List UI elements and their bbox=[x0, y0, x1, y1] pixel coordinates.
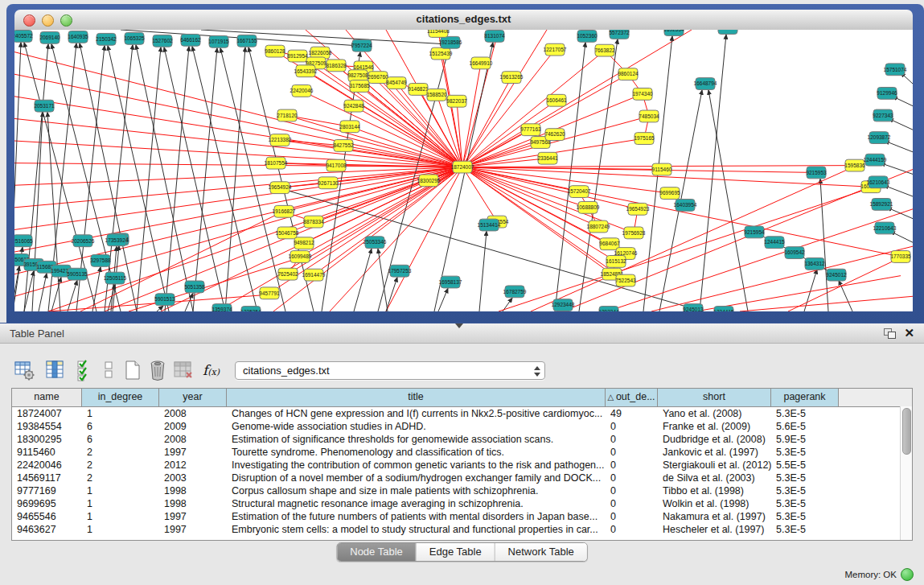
graph-node[interactable]: 1527602 bbox=[152, 35, 173, 47]
table-cell[interactable]: 5.3E-5 bbox=[771, 523, 839, 536]
graph-node[interactable]: 18807249 bbox=[587, 220, 610, 233]
table-cell[interactable]: 1 bbox=[82, 510, 159, 523]
graph-node[interactable]: 9146821 bbox=[408, 84, 429, 96]
table-mode-button[interactable] bbox=[13, 359, 37, 383]
table-cell[interactable]: 0 bbox=[606, 484, 658, 497]
graph-node[interactable]: 1974340 bbox=[632, 88, 653, 100]
graph-node[interactable]: 19654923 bbox=[626, 203, 650, 215]
table-cell[interactable]: 9777169 bbox=[12, 484, 82, 497]
graph-node[interactable]: 1292344 bbox=[598, 307, 619, 311]
graph-node[interactable]: 12444159 bbox=[864, 154, 887, 166]
table-cell[interactable]: Investigating the contribution of common… bbox=[227, 459, 606, 472]
table-cell[interactable]: 1998 bbox=[159, 484, 227, 497]
table-cell[interactable]: Disruption of a novel member of a sodium… bbox=[227, 472, 606, 484]
table-cell[interactable]: 0 bbox=[606, 420, 658, 433]
graph-node[interactable]: 9822037 bbox=[446, 95, 467, 107]
tab-network-table[interactable]: Network Table bbox=[495, 543, 587, 561]
graph-node[interactable]: 17957253 bbox=[388, 265, 412, 277]
graph-node[interactable]: 9860124 bbox=[618, 68, 639, 80]
graph-node[interactable]: 2069140 bbox=[39, 31, 60, 43]
graph-node[interactable]: 1364312 bbox=[804, 257, 825, 270]
graph-node[interactable]: 1052360 bbox=[577, 30, 598, 42]
table-cell[interactable]: Genome-wide association studies in ADHD. bbox=[227, 420, 606, 433]
table-row[interactable]: 1872400712008Changes of HCN gene express… bbox=[12, 407, 912, 420]
graph-node[interactable]: 8186328 bbox=[326, 60, 347, 72]
graph-node[interactable]: 9215953 bbox=[806, 167, 827, 179]
table-cell[interactable]: 2003 bbox=[159, 472, 227, 484]
table-row[interactable]: 2242004622012Investigating the contribut… bbox=[12, 459, 912, 472]
graph-node[interactable]: 3175685 bbox=[349, 80, 370, 93]
table-cell[interactable]: Jankovic et al. (1997) bbox=[658, 446, 771, 459]
graph-node[interactable]: 2696760 bbox=[368, 72, 388, 84]
table-cell[interactable]: 0 bbox=[606, 510, 658, 523]
table-cell[interactable]: 14569117 bbox=[12, 472, 82, 484]
graph-node[interactable]: 16403954 bbox=[674, 199, 697, 211]
table-scrollbar[interactable] bbox=[900, 406, 912, 540]
graph-node[interactable]: 1224415 bbox=[713, 307, 734, 311]
table-cell[interactable]: 1997 bbox=[159, 523, 227, 536]
graph-node[interactable]: 16543392 bbox=[294, 65, 318, 77]
graph-node[interactable]: 1609542 bbox=[784, 247, 805, 259]
graph-node[interactable]: 16914479 bbox=[302, 269, 326, 281]
table-cell[interactable]: Embryonic stem cells: a model to study s… bbox=[227, 523, 606, 536]
table-cell[interactable]: 2 bbox=[82, 472, 159, 484]
table-cell[interactable]: 5.3E-5 bbox=[771, 510, 839, 523]
graph-node[interactable]: 12217057 bbox=[544, 43, 567, 56]
table-cell[interactable]: de Silva et al. (2003) bbox=[658, 472, 771, 484]
table-cell[interactable]: 1997 bbox=[159, 446, 227, 459]
graph-node[interactable]: 15892921 bbox=[870, 199, 893, 211]
table-cell[interactable]: 5.6E-5 bbox=[771, 420, 839, 433]
table-cell[interactable]: 0 bbox=[606, 446, 658, 459]
graph-node[interactable]: 1667155 bbox=[236, 35, 257, 47]
graph-node[interactable]: 1606461 bbox=[546, 94, 567, 106]
table-row[interactable]: 969969511998Structural magnetic resonanc… bbox=[12, 497, 912, 510]
graph-node[interactable]: 3297588 bbox=[90, 255, 111, 267]
graph-node[interactable]: 16958137 bbox=[439, 276, 462, 288]
table-cell[interactable]: 5.3E-5 bbox=[771, 472, 839, 484]
column-header-short[interactable]: short bbox=[658, 389, 771, 406]
table-cell[interactable]: 1 bbox=[82, 523, 159, 536]
table-cell[interactable]: Stergiakouli et al. (2012) bbox=[658, 459, 771, 472]
table-cell[interactable]: 6 bbox=[82, 420, 159, 433]
graph-node[interactable]: 6466162 bbox=[180, 34, 201, 46]
graph-node[interactable]: 9245013 bbox=[683, 304, 704, 311]
graph-node[interactable]: 8131074 bbox=[484, 30, 505, 42]
graph-node[interactable]: 16782759 bbox=[503, 286, 527, 298]
graph-node[interactable]: 1640935 bbox=[68, 31, 88, 43]
table-cell[interactable]: 22420046 bbox=[12, 459, 82, 472]
graph-node[interactable]: 7485034 bbox=[639, 110, 659, 122]
graph-node[interactable]: 25053346 bbox=[363, 237, 387, 249]
graph-node[interactable]: 8912954 bbox=[287, 50, 308, 62]
table-row[interactable]: 1456911722003Disruption of a novel membe… bbox=[12, 472, 912, 484]
graph-node[interactable]: 1244415 bbox=[764, 237, 785, 249]
table-cell[interactable]: 0 bbox=[606, 523, 658, 536]
graph-node[interactable]: 9115460 bbox=[652, 163, 672, 175]
graph-node[interactable]: 7462620 bbox=[544, 129, 565, 141]
graph-node[interactable]: 1615132 bbox=[606, 255, 626, 267]
graph-node[interactable]: 18300295 bbox=[417, 175, 441, 187]
graph-node[interactable]: 12505115 bbox=[104, 272, 127, 284]
graph-node[interactable]: 2053171 bbox=[34, 100, 55, 112]
float-panel-icon[interactable] bbox=[884, 328, 895, 339]
table-cell[interactable]: Estimation of the future numbers of pati… bbox=[227, 510, 606, 523]
graph-node[interactable]: 9777163 bbox=[520, 124, 541, 136]
graph-node[interactable]: 9699695 bbox=[659, 187, 680, 200]
graph-node[interactable]: 16099489 bbox=[289, 251, 312, 263]
graph-node[interactable]: 5572372 bbox=[609, 30, 630, 39]
table-row[interactable]: 1938455462009Genome-wide association stu… bbox=[12, 420, 912, 433]
graph-node[interactable]: 19756928 bbox=[622, 227, 646, 239]
table-cell[interactable]: 0 bbox=[606, 497, 658, 510]
graph-node[interactable]: 8454749 bbox=[386, 77, 407, 89]
select-column-button[interactable] bbox=[43, 359, 68, 383]
graph-node[interactable]: 15751074 bbox=[884, 64, 907, 76]
table-cell[interactable]: 5.9E-5 bbox=[771, 433, 839, 446]
graph-node[interactable]: 10688809 bbox=[577, 201, 600, 213]
delete-table-button[interactable] bbox=[172, 359, 196, 383]
graph-node[interactable]: 1071915 bbox=[208, 35, 229, 47]
table-cell[interactable]: Yano et al. (2008) bbox=[658, 407, 771, 420]
table-cell[interactable]: Nakamura et al. (1997) bbox=[658, 510, 771, 523]
graph-node[interactable]: 20206526 bbox=[72, 235, 95, 247]
table-cell[interactable]: 2012 bbox=[159, 459, 227, 472]
graph-node[interactable]: 7625402 bbox=[277, 268, 298, 280]
table-cell[interactable]: 1 bbox=[82, 407, 159, 420]
